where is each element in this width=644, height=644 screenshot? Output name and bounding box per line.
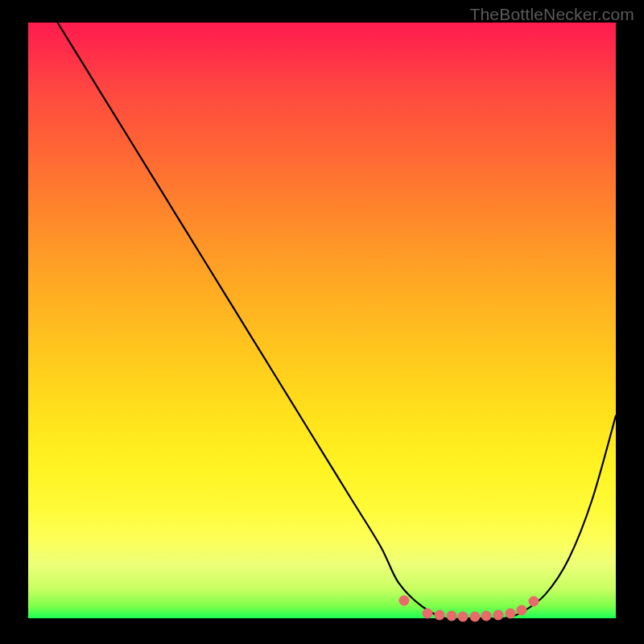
optimal-marker	[481, 611, 492, 621]
optimal-range-markers	[28, 23, 616, 618]
optimal-marker	[493, 610, 504, 621]
optimal-marker	[399, 595, 410, 605]
optimal-marker	[517, 605, 527, 616]
optimal-marker	[528, 597, 539, 607]
watermark-text: TheBottleNecker.com	[469, 5, 634, 24]
optimal-marker	[469, 611, 480, 621]
optimal-marker	[505, 609, 515, 619]
chart-container: TheBottleNecker.com	[0, 0, 644, 644]
plot-area	[28, 23, 616, 618]
optimal-marker	[446, 611, 456, 621]
optimal-marker	[458, 611, 469, 621]
optimal-marker	[423, 609, 433, 619]
optimal-marker	[435, 610, 445, 621]
